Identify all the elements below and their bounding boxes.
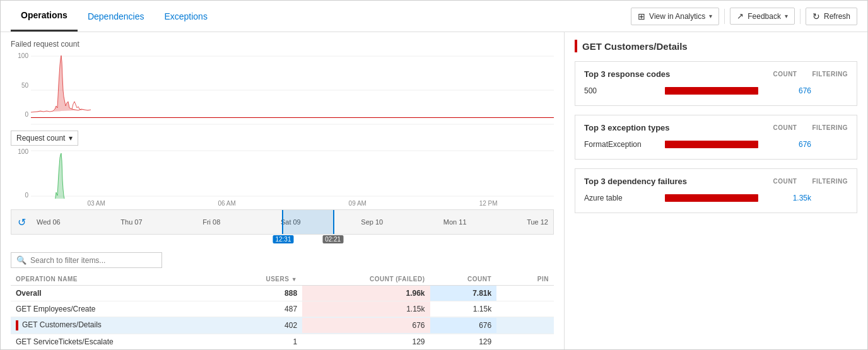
request-count-dropdown[interactable]: Request count ▾ (11, 131, 78, 146)
tab-bar: Operations Dependencies Exceptions (11, 1, 218, 32)
metric-bar (665, 87, 758, 95)
tab-operations[interactable]: Operations (11, 1, 78, 32)
refresh-icon: ↻ (812, 11, 820, 21)
col-refresh (496, 273, 512, 286)
right-panel: GET Customers/Details Top 3 response cod… (565, 32, 867, 349)
row-name: GET Customers/Details (11, 317, 221, 334)
day-wed: Wed 06 (37, 218, 61, 226)
range-selector[interactable]: ↺ Wed 06 Thu 07 Fri 08 Sat 09 Sep 10 Mon… (11, 209, 554, 235)
row-name: Overall (11, 286, 221, 301)
col-pin: PIN (512, 273, 554, 286)
metric-label-format: FormatException (584, 140, 660, 149)
metric-count-2: 676 (780, 140, 811, 149)
y2-label-100: 100 (18, 148, 28, 155)
metric-count-3: 1.35k (780, 194, 811, 202)
failed-request-chart: 100 50 0 (11, 52, 554, 128)
view-analytics-button[interactable]: ⊞ View in Analytics ▾ (631, 8, 719, 25)
request-count-chart: 100 0 (11, 148, 554, 199)
dropdown-label: Request count (16, 134, 65, 143)
feedback-icon: ↗ (737, 11, 744, 21)
chevron-down-icon-2: ▾ (785, 13, 788, 20)
metric-label-azure: Azure table (584, 194, 660, 202)
row-users: 487 (221, 301, 302, 317)
metric-count: 676 (780, 86, 811, 95)
day-fri: Fri 08 (202, 218, 220, 226)
selected-title-text: GET Customers/Details (582, 41, 688, 52)
time-label-12pm: 12 PM (479, 200, 498, 207)
row-pin (512, 286, 554, 301)
col-count-failed: COUNT (FAILED) (302, 273, 430, 286)
table-row[interactable]: GET ServiceTickets/Escalate 1 129 129 (11, 334, 554, 350)
day-sep10: Sep 10 (361, 218, 383, 226)
selected-item-title: GET Customers/Details (575, 40, 857, 52)
col-filtering-label-2: FILTERING (812, 124, 848, 131)
divider-2 (800, 9, 801, 24)
metric-bar-container (665, 87, 775, 95)
row-count: 676 (430, 317, 497, 334)
operations-table: OPERATION NAME USERS ▼ COUNT (FAILED) CO… (11, 273, 554, 349)
day-thu: Thu 07 (120, 218, 142, 226)
search-icon: 🔍 (16, 255, 26, 265)
row-users: 402 (221, 317, 302, 334)
row-users: 888 (221, 286, 302, 301)
row-name: GET ServiceTickets/Escalate (11, 334, 221, 350)
row-pin (512, 317, 554, 334)
time-label-06am: 06 AM (218, 200, 235, 207)
col-filtering-label: FILTERING (812, 71, 848, 78)
dependency-failures-card: Top 3 dependency failures COUNT FILTERIN… (575, 168, 857, 213)
row-pin (512, 301, 554, 317)
refresh-label: Refresh (824, 12, 850, 21)
y2-label-0: 0 (25, 192, 28, 199)
metric-bar-2 (665, 141, 758, 148)
search-input[interactable] (30, 256, 156, 265)
time-axis: 03 AM 06 AM 09 AM 12 PM (11, 200, 554, 207)
grid-icon: ⊞ (638, 11, 645, 21)
table-row[interactable]: GET Employees/Create 487 1.15k 1.15k (11, 301, 554, 317)
row-pin (512, 334, 554, 350)
col-users: USERS ▼ (221, 273, 302, 286)
time-label-03am: 03 AM (87, 200, 105, 207)
day-range: Wed 06 Thu 07 Fri 08 Sat 09 Sep 10 Mon 1… (32, 210, 553, 234)
col-count: COUNT (430, 273, 497, 286)
tab-dependencies[interactable]: Dependencies (78, 1, 155, 32)
table-row[interactable]: GET Customers/Details 402 676 676 (11, 317, 554, 334)
range-label-right: 02:21 (322, 235, 343, 243)
request-chart-svg (31, 148, 554, 199)
refresh-button[interactable]: ↻ Refresh (806, 8, 857, 25)
back-icon[interactable]: ↺ (11, 212, 32, 232)
row-count-failed: 129 (302, 334, 430, 350)
dependency-failures-title: Top 3 dependency failures (584, 177, 687, 186)
search-box[interactable]: 🔍 (11, 252, 162, 268)
y-label-0: 0 (25, 111, 28, 118)
col-count-label-2: COUNT (773, 124, 797, 131)
metric-row-500: 500 676 (584, 84, 848, 98)
row-count: 7.81k (430, 286, 497, 301)
row-refresh (496, 286, 512, 301)
metric-bar-container-3 (665, 194, 775, 202)
row-indicator (16, 320, 18, 330)
feedback-button[interactable]: ↗ Feedback ▾ (730, 8, 795, 25)
selected-range: 12:31 02:21 (282, 210, 334, 234)
header: Operations Dependencies Exceptions ⊞ Vie… (1, 1, 867, 32)
row-refresh (496, 317, 512, 334)
exception-types-title: Top 3 exception types (584, 123, 670, 132)
day-tue: Tue 12 (527, 218, 548, 226)
header-actions: ⊞ View in Analytics ▾ ↗ Feedback ▾ ↻ Ref… (631, 8, 857, 25)
metric-row-azure-table: Azure table 1.35k (584, 191, 848, 205)
row-refresh (496, 301, 512, 317)
row-count-failed: 676 (302, 317, 430, 334)
table-header-row: OPERATION NAME USERS ▼ COUNT (FAILED) CO… (11, 273, 554, 286)
metric-row-format-exception: FormatException 676 (584, 137, 848, 151)
failed-chart-title: Failed request count (11, 40, 554, 49)
y-label-50: 50 (21, 82, 28, 89)
table-row[interactable]: Overall 888 1.96k 7.81k (11, 286, 554, 301)
main-content: Failed request count 100 50 0 (1, 32, 867, 349)
sort-icon: ▼ (291, 276, 297, 283)
x-axis-line (31, 117, 554, 118)
divider (724, 9, 725, 24)
tab-exceptions[interactable]: Exceptions (154, 1, 217, 32)
row-count-failed: 1.15k (302, 301, 430, 317)
row-refresh (496, 334, 512, 350)
y-label-100: 100 (18, 52, 28, 59)
col-operation-name: OPERATION NAME (11, 273, 221, 286)
